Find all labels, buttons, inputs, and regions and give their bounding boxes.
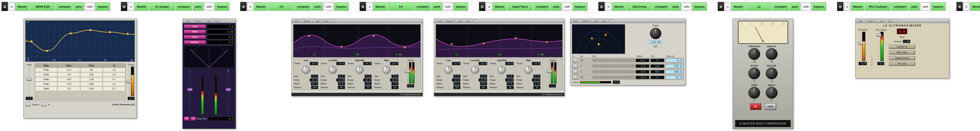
- plugin-window-icon[interactable]: ▣: [121, 2, 127, 11]
- band-attack-value[interactable]: 11.5: [311, 82, 318, 85]
- band-freq-cell[interactable]: 1.2k: [80, 77, 102, 82]
- band-thresh-value[interactable]: -24.0: [363, 62, 372, 65]
- track-selector-button[interactable]: Master: [15, 2, 29, 11]
- output-value[interactable]: -1.2: [549, 84, 556, 88]
- bypass-button[interactable]: [25, 103, 30, 107]
- band-freq-cell[interactable]: 3.5k: [80, 82, 102, 86]
- band-release-value[interactable]: 56: [364, 86, 372, 89]
- left-fader-handle[interactable]: [188, 88, 192, 91]
- band-q-cell[interactable]: 1.0: [103, 68, 125, 72]
- mono-button[interactable]: M: [184, 117, 189, 121]
- toolbar-button[interactable]: Save: [213, 19, 221, 22]
- track-selector-button[interactable]: Master: [732, 2, 745, 11]
- threshold-fader[interactable]: [860, 32, 861, 61]
- band-gain-cell[interactable]: +3.0: [57, 82, 80, 86]
- band-gain-value[interactable]: 0.0: [338, 74, 345, 78]
- band-gain-knob[interactable]: [471, 66, 479, 74]
- track-selector-button[interactable]: Master: [135, 2, 148, 11]
- bypass-button[interactable]: bypass: [931, 2, 945, 11]
- band-gain-value[interactable]: 0.0: [533, 74, 540, 78]
- compare-button[interactable]: compare: [534, 2, 550, 11]
- tap-gain-strip[interactable]: [593, 59, 635, 62]
- track-selector-button[interactable]: Master: [493, 2, 506, 11]
- band-range-value[interactable]: -12.0: [363, 78, 372, 82]
- tap-on-button[interactable]: [573, 76, 578, 79]
- input-fader[interactable]: [29, 66, 30, 96]
- band-gain-cell[interactable]: -2.0: [57, 87, 80, 91]
- output-fader[interactable]: [128, 66, 130, 96]
- band-release-value[interactable]: 28: [533, 86, 540, 89]
- ceiling-fader-handle[interactable]: [876, 34, 881, 36]
- output-fader-handle[interactable]: [547, 70, 552, 73]
- plugin-selector-button[interactable]: C4: [269, 2, 294, 11]
- plugin-window-icon[interactable]: ▣: [598, 2, 605, 11]
- plugin-selector-button[interactable]: C4: [388, 2, 414, 11]
- s1-param-button[interactable]: Rotation: [184, 40, 206, 44]
- band-attack-value[interactable]: 8.0: [480, 82, 487, 85]
- solo-button[interactable]: S: [191, 117, 196, 121]
- toolbar-button[interactable]: Save: [465, 19, 473, 22]
- band-gain-value[interactable]: 0.0: [480, 74, 487, 78]
- track-selector-button[interactable]: Master: [612, 2, 626, 11]
- band-attack-value[interactable]: 2.4: [391, 82, 398, 85]
- tap-pan-value[interactable]: R22: [651, 70, 664, 73]
- toolbar-button[interactable]: Load: [877, 19, 885, 22]
- right-fader-handle[interactable]: [226, 88, 231, 91]
- compare-button[interactable]: compare: [56, 2, 73, 11]
- plugin-selector-button[interactable]: MDW EQ5: [30, 2, 56, 11]
- insert-position-button[interactable]: a: [128, 2, 134, 11]
- left-fader[interactable]: [189, 73, 191, 115]
- band-release-value[interactable]: 105: [311, 86, 318, 89]
- insert-position-button[interactable]: a: [605, 2, 611, 11]
- auto-button[interactable]: auto: [431, 2, 442, 11]
- output-fader-handle[interactable]: [405, 70, 410, 73]
- band-gain-knob[interactable]: [329, 66, 337, 74]
- crossover-freq-value[interactable]: 125: [453, 53, 460, 57]
- threshold-fader-handle[interactable]: [858, 42, 863, 45]
- plugin-window-icon[interactable]: ▣: [2, 2, 8, 11]
- safe-button[interactable]: safe: [801, 2, 811, 11]
- compare-button[interactable]: compare: [414, 2, 431, 11]
- auto-button[interactable]: auto: [551, 2, 562, 11]
- tap-time-display[interactable]: 500.0: [665, 70, 683, 74]
- safe-button[interactable]: safe: [204, 2, 214, 11]
- output-value[interactable]: 0.0: [407, 84, 414, 88]
- tempo-value[interactable]: 120.00: [649, 40, 662, 44]
- bypass-button[interactable]: bypass: [573, 2, 587, 11]
- eq-response-graph[interactable]: +12 0 -12 201001k10k20k: [25, 21, 135, 62]
- safe-button[interactable]: safe: [562, 2, 572, 11]
- toolbar-button[interactable]: Load: [456, 19, 463, 22]
- band-range-value[interactable]: -12.0: [310, 78, 318, 82]
- s1-param-value[interactable]: 4.5: [207, 40, 234, 44]
- bypass-button[interactable]: bypass: [811, 2, 826, 11]
- band-attack-value[interactable]: 5.6: [507, 82, 514, 85]
- bypass-button[interactable]: bypass: [95, 2, 110, 11]
- band-range-value[interactable]: -12.0: [532, 78, 540, 82]
- plugin-selector-button[interactable]: PAZ Analyzer: [865, 2, 891, 11]
- insert-position-button[interactable]: a: [486, 2, 492, 11]
- auto-button[interactable]: auto: [790, 2, 800, 11]
- toolbar-button[interactable]: ?: [331, 19, 335, 22]
- toolbar-button[interactable]: Save: [886, 19, 894, 22]
- insert-position-button[interactable]: a: [247, 2, 253, 11]
- plugin-selector-button[interactable]: L2: [746, 2, 772, 11]
- crossover-freq-value[interactable]: 1.00k: [494, 53, 503, 57]
- output-value[interactable]: 0.0: [613, 80, 620, 84]
- ssl-knob[interactable]: [748, 68, 760, 79]
- band-gain-knob[interactable]: [498, 66, 506, 74]
- band-thresh-value[interactable]: -24.0: [452, 62, 460, 65]
- band-thresh-value[interactable]: -24.0: [532, 62, 540, 65]
- l2-option-button[interactable]: Dither Type1: [889, 51, 915, 54]
- bypass-button[interactable]: bypass: [215, 2, 229, 11]
- band-gain-knob[interactable]: [444, 66, 452, 74]
- tap-gain-value[interactable]: -6.0: [636, 70, 649, 73]
- safe-button[interactable]: safe: [682, 2, 692, 11]
- c4-dynamics-graph[interactable]: 1251.00k8.00k: [436, 24, 563, 58]
- threshold-value[interactable]: -12.0: [859, 62, 867, 65]
- band-gain-cell[interactable]: -3.5: [57, 73, 80, 77]
- s1-param-button[interactable]: Gain: [184, 24, 206, 28]
- auto-button[interactable]: auto: [193, 2, 204, 11]
- band-release-value[interactable]: 28: [391, 86, 398, 89]
- tap-pan-value[interactable]: 0: [651, 76, 664, 79]
- tap-gain-value[interactable]: -3.0: [636, 65, 649, 68]
